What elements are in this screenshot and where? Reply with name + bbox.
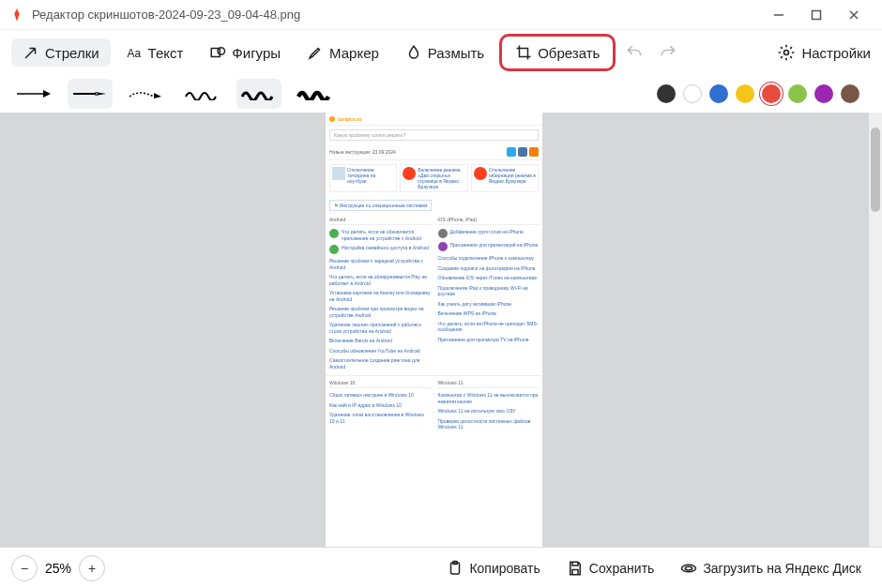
list-item: Как узнать дату активации iPhone (438, 299, 540, 309)
gear-icon (777, 43, 796, 62)
color-swatch-red[interactable] (762, 84, 781, 103)
arrow-icon (23, 44, 39, 61)
brush-style-3[interactable] (293, 79, 338, 109)
ok-icon (529, 147, 539, 157)
col-win10: Windows 10 (329, 378, 431, 388)
zoom-out-button[interactable]: − (11, 555, 38, 581)
list-item: Способы обновления YouTube на Android (329, 346, 431, 356)
col-android: Android (329, 215, 431, 225)
shapes-label: Фигуры (232, 45, 281, 61)
svg-rect-1 (813, 10, 821, 19)
list-item: Приложения для просмотра TV на iPhone (438, 335, 540, 345)
arrow-style-3[interactable] (124, 79, 169, 109)
screenshot-content: lumpics.ru Какую проблему хотите решить?… (326, 113, 542, 547)
list-item: Установка картинки на Кнопку или блокиро… (329, 288, 431, 304)
upload-label: Загрузить на Яндекс Диск (703, 561, 861, 576)
app-title: Редактор скриншотов (32, 8, 155, 22)
list-item: Создание подписи на фотографии на iPhone (438, 264, 540, 274)
list-item: Сброс сетевых настроек в Windows 10 (329, 390, 431, 400)
color-swatch-brown[interactable] (841, 84, 859, 103)
list-item: Решение проблем при просмотре видео на у… (329, 304, 431, 320)
disk-icon (680, 560, 697, 577)
save-button[interactable]: Сохранить (557, 554, 664, 582)
zoom-value: 25% (45, 561, 71, 576)
telegram-icon (507, 147, 516, 157)
crop-label: Обрезать (538, 45, 600, 61)
settings-label: Настройки (801, 45, 871, 61)
file-name: 2024-09-23_09-04-48.png (159, 8, 300, 22)
marker-icon (307, 44, 324, 61)
color-palette (657, 84, 871, 103)
svg-text:Aa: Aa (127, 47, 141, 60)
list-item: Удаление лишних приложений с рабочего ст… (329, 320, 431, 336)
site-search: Какую проблему хотите решить? (329, 129, 539, 141)
card-2: Включение режима «Два открытых странице … (418, 167, 464, 189)
text-label: Текст (148, 45, 184, 61)
arrows-label: Стрелки (45, 45, 99, 61)
app-logo-icon (9, 8, 24, 23)
crop-icon (515, 44, 532, 61)
svg-point-6 (218, 48, 225, 55)
arrow-style-1[interactable] (11, 79, 56, 109)
crop-tool[interactable]: Обрезать (504, 38, 611, 67)
list-item: Проверка целостности системных файлов Wi… (438, 416, 540, 432)
settings-button[interactable]: Настройки (777, 43, 871, 62)
minimize-button[interactable] (760, 0, 798, 30)
arrows-tool[interactable]: Стрелки (11, 38, 111, 67)
arrow-style-2[interactable] (68, 79, 113, 109)
maximize-button[interactable] (798, 0, 835, 30)
list-item: Способы подключения iPhone к компьютеру (438, 253, 540, 264)
upload-disk-button[interactable]: Загрузить на Яндекс Диск (671, 554, 871, 582)
list-item: Обновление iOS через iTunes на компьютер… (438, 273, 540, 283)
shapes-icon (209, 44, 226, 61)
clipboard-icon (447, 560, 464, 577)
zoom-in-button[interactable]: + (79, 555, 105, 581)
text-tool[interactable]: Aa Текст (114, 38, 195, 67)
style-toolbar (0, 75, 882, 113)
marker-tool[interactable]: Маркер (296, 38, 390, 67)
canvas-scrollbar[interactable] (869, 113, 882, 547)
copy-button[interactable]: Копировать (437, 554, 549, 582)
svg-point-12 (686, 566, 693, 570)
blur-icon (405, 44, 422, 61)
color-swatch-white[interactable] (683, 84, 702, 103)
section-new: Новые инструкции: 23.09.2024 (329, 149, 396, 155)
list-item: Включение Bands на Android (329, 336, 431, 346)
card-3: Отключение гибернации режима в Яндекс Бр… (489, 167, 536, 189)
bottom-bar: − 25% + Копировать Сохранить Загрузить н… (0, 547, 882, 588)
blur-tool[interactable]: Размыть (394, 38, 495, 67)
list-item: Windows 11 не использует всю ОЗУ (438, 406, 540, 416)
list-item: Что делать, если не обнаруживается Play … (329, 272, 431, 288)
blur-label: Размыть (428, 45, 484, 61)
title-bar: Редактор скриншотов - 2024-09-23_09-04-4… (0, 0, 882, 30)
color-swatch-yellow[interactable] (736, 84, 754, 103)
list-item: Подключение iPad к проводному Wi-Fi на р… (438, 283, 540, 299)
undo-button[interactable] (619, 38, 649, 68)
color-swatch-blue[interactable] (709, 84, 728, 103)
brush-style-2[interactable] (236, 79, 281, 109)
color-swatch-black[interactable] (657, 84, 676, 103)
list-item: Что делать, если на iPhone не приходят S… (438, 319, 540, 335)
scrollbar-thumb[interactable] (871, 128, 880, 212)
color-swatch-green[interactable] (788, 84, 807, 103)
list-item: Как найти IP-адрес в Windows 10 (329, 400, 431, 411)
editor-canvas[interactable]: lumpics.ru Какую проблему хотите решить?… (0, 113, 882, 547)
list-item: Что делать, если не обновляется приложен… (342, 229, 431, 241)
col-win11: Windows 11 (438, 378, 540, 388)
save-icon (567, 560, 584, 577)
redo-button[interactable] (653, 38, 683, 68)
text-icon: Aa (126, 44, 143, 61)
list-item: Включение WPS на iPhone (438, 309, 540, 319)
vk-icon (518, 147, 527, 157)
crop-highlight: Обрезать (499, 34, 616, 71)
list-item: Компьютер с Windows 11 не выключается пр… (438, 390, 540, 406)
site-title: lumpics.ru (338, 116, 361, 122)
color-swatch-purple[interactable] (814, 84, 833, 103)
card-1: Отключение тачскрина на ноутбуке (347, 167, 394, 189)
list-item: Решение проблем с зарядкой устройства с … (329, 256, 431, 272)
list-item: Настройка семейного доступа в Android (342, 245, 429, 254)
main-toolbar: Стрелки Aa Текст Фигуры Маркер Размыть О… (0, 30, 882, 75)
brush-style-1[interactable] (180, 79, 225, 109)
shapes-tool[interactable]: Фигуры (198, 38, 292, 67)
close-button[interactable] (835, 0, 873, 30)
